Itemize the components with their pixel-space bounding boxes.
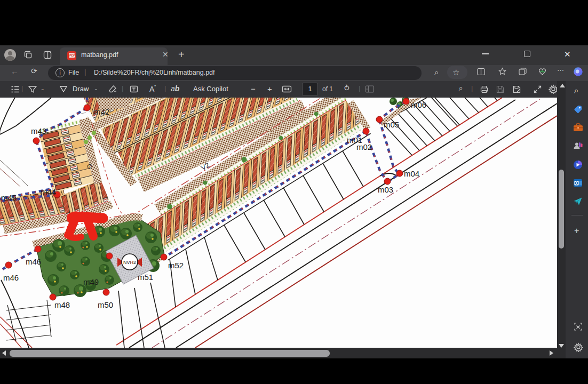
svg-text:m06: m06 [411,100,426,109]
svg-text:m52: m52 [168,261,184,270]
svg-text:m48: m48 [54,300,70,309]
svg-text:m44: m44 [41,187,56,196]
svg-text:NVH2: NVH2 [123,260,136,265]
svg-text:m43: m43 [31,126,46,135]
svg-text:m49: m49 [83,277,99,286]
svg-text:m05: m05 [384,120,399,129]
svg-text:m02: m02 [356,142,372,151]
svg-text:m51: m51 [138,273,153,282]
svg-text:m03: m03 [378,185,393,194]
svg-text:m46: m46 [26,257,41,266]
svg-text:m42: m42 [94,107,109,116]
svg-text:m46: m46 [3,273,19,282]
svg-text:m04: m04 [404,169,419,178]
svg-text:m50: m50 [98,300,113,309]
svg-text:m45: m45 [1,193,17,202]
